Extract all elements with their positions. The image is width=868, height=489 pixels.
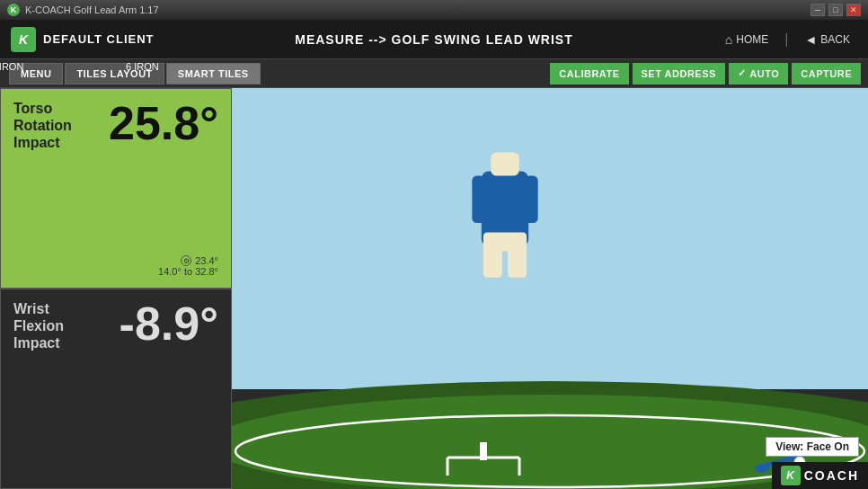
- back-label: BACK: [820, 33, 850, 46]
- torso-label-line3: Impact: [13, 134, 72, 151]
- title-bar-controls[interactable]: ─ □ ✕: [810, 4, 861, 16]
- svg-rect-13: [492, 152, 519, 175]
- wrist-label-line1: Wrist: [13, 300, 64, 317]
- back-button[interactable]: ◄ BACK: [797, 29, 857, 50]
- svg-rect-16: [483, 244, 502, 278]
- wrist-flexion-value: -8.9°: [120, 300, 218, 347]
- torso-ref-value: ⚙ 23.4°: [13, 255, 218, 266]
- client-logo: K DEFAULT CLIENT: [11, 27, 155, 52]
- title-bar-left: K K-COACH Golf Lead Arm 1.17: [7, 4, 159, 16]
- wrist-label-line2: Flexion: [13, 317, 64, 334]
- torso-rotation-value: 25.8°: [109, 100, 218, 147]
- torso-rotation-tile: Torso Rotation Impact 25.8° ⚙ 23.4° 14.0…: [0, 88, 232, 289]
- torso-range: 14.0° to 32.8°: [13, 266, 218, 277]
- wrist-flexion-tile: Wrist Flexion Impact -8.9°: [0, 289, 232, 489]
- golfer-figure: [460, 124, 550, 322]
- left-panel: Torso Rotation Impact 25.8° ⚙ 23.4° 14.0…: [0, 88, 232, 489]
- torso-label-line1: Torso: [13, 100, 72, 117]
- home-icon: ⌂: [725, 32, 732, 47]
- svg-rect-15: [525, 176, 538, 223]
- title-bar: K K-COACH Golf Lead Arm 1.17 ─ □ ✕: [0, 0, 868, 20]
- torso-range-min: 14.0°: [158, 266, 182, 277]
- svg-point-9: [755, 464, 769, 473]
- smart-tiles-button[interactable]: SMART TILES: [166, 63, 261, 84]
- view-label: View: Face On: [766, 437, 859, 457]
- calibrate-button[interactable]: CALIBRATE: [550, 63, 628, 84]
- app-header: K DEFAULT CLIENT MEASURE --> GOLF SWING …: [0, 20, 868, 59]
- header-nav: ⌂ HOME | ◄ BACK: [718, 29, 857, 50]
- svg-rect-6: [480, 442, 487, 460]
- title-bar-text: K-COACH Golf Lead Arm 1.17: [25, 4, 159, 15]
- club-label: 6 IRON: [0, 61, 23, 72]
- gear-icon: ⚙: [181, 255, 191, 266]
- client-name: DEFAULT CLIENT: [43, 32, 155, 46]
- torso-ref-number: 23.4°: [195, 255, 218, 266]
- home-button[interactable]: ⌂ HOME: [718, 29, 775, 50]
- torso-rotation-label: Torso Rotation Impact: [13, 100, 72, 152]
- club-label-overlay: 6 IRON: [126, 61, 159, 72]
- wrist-label-line3: Impact: [13, 334, 64, 351]
- checkmark-icon: ✓: [738, 67, 747, 79]
- auto-label: AUTO: [749, 68, 779, 79]
- k-logo-icon: K: [11, 27, 36, 52]
- capture-button[interactable]: CAPTURE: [792, 63, 861, 84]
- torso-ref-container: ⚙ 23.4° 14.0° to 32.8°: [13, 255, 218, 277]
- svg-rect-17: [509, 244, 527, 278]
- torso-range-max: 32.8°: [195, 266, 218, 277]
- app-icon: K: [7, 4, 20, 16]
- torso-range-sep: to: [184, 266, 195, 277]
- kcoach-text: COACH: [804, 468, 859, 483]
- view-panel: View: Face On K COACH: [232, 88, 868, 489]
- svg-rect-14: [473, 176, 486, 223]
- main-content: Torso Rotation Impact 25.8° ⚙ 23.4° 14.0…: [0, 88, 868, 489]
- nav-divider: |: [784, 31, 788, 48]
- maximize-button[interactable]: □: [828, 4, 843, 16]
- header-title: MEASURE --> GOLF SWING LEAD WRIST: [295, 32, 573, 47]
- close-button[interactable]: ✕: [846, 4, 861, 16]
- home-label: HOME: [736, 33, 768, 46]
- torso-label-line2: Rotation: [13, 117, 72, 134]
- kcoach-logo: K COACH: [772, 462, 868, 489]
- back-icon: ◄: [804, 32, 817, 47]
- toolbar-right: CALIBRATE SET ADDRESS ✓ AUTO CAPTURE: [550, 63, 861, 84]
- wrist-flexion-label: Wrist Flexion Impact: [13, 300, 64, 352]
- set-address-button[interactable]: SET ADDRESS: [633, 63, 725, 84]
- auto-button[interactable]: ✓ AUTO: [729, 63, 788, 84]
- minimize-button[interactable]: ─: [810, 4, 825, 16]
- kcoach-k-icon: K: [781, 466, 801, 485]
